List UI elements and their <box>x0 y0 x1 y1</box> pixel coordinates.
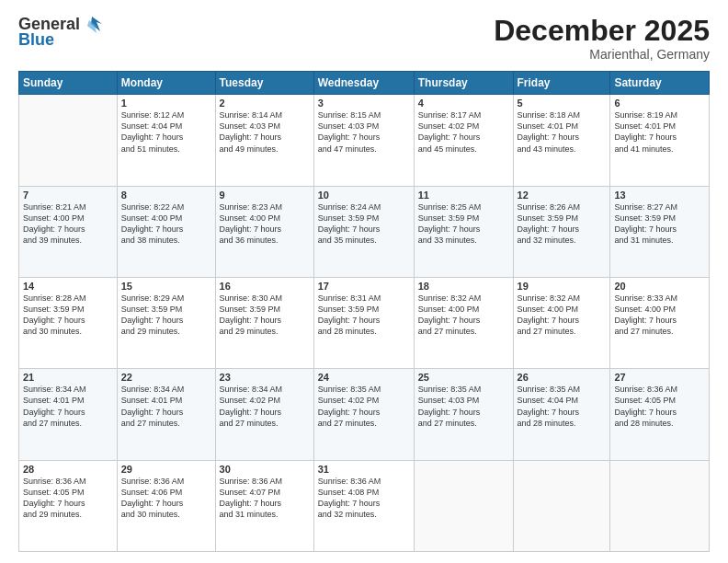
calendar-table: Sunday Monday Tuesday Wednesday Thursday… <box>18 71 710 552</box>
table-row: 24Sunrise: 8:35 AM Sunset: 4:02 PM Dayli… <box>313 369 414 460</box>
table-row <box>414 460 513 551</box>
day-info: Sunrise: 8:34 AM Sunset: 4:02 PM Dayligh… <box>220 384 310 429</box>
calendar-header-row: Sunday Monday Tuesday Wednesday Thursday… <box>19 72 710 95</box>
day-info: Sunrise: 8:15 AM Sunset: 4:03 PM Dayligh… <box>318 109 410 155</box>
table-row: 27Sunrise: 8:36 AM Sunset: 4:05 PM Dayli… <box>610 369 710 460</box>
location-subtitle: Marienthal, Germany <box>494 47 710 62</box>
day-info: Sunrise: 8:23 AM Sunset: 4:00 PM Dayligh… <box>220 201 310 247</box>
logo-blue-text: Blue <box>18 31 102 48</box>
logo: General Blue <box>18 15 102 48</box>
day-number: 7 <box>23 190 113 201</box>
day-info: Sunrise: 8:35 AM Sunset: 4:03 PM Dayligh… <box>418 384 509 429</box>
table-row: 8Sunrise: 8:22 AM Sunset: 4:00 PM Daylig… <box>117 186 215 277</box>
day-info: Sunrise: 8:36 AM Sunset: 4:06 PM Dayligh… <box>121 476 211 521</box>
day-number: 23 <box>220 372 310 383</box>
col-wednesday: Wednesday <box>313 72 414 95</box>
day-number: 24 <box>318 372 410 383</box>
day-info: Sunrise: 8:33 AM Sunset: 4:00 PM Dayligh… <box>614 293 705 338</box>
table-row: 28Sunrise: 8:36 AM Sunset: 4:05 PM Dayli… <box>19 460 118 551</box>
calendar-week-4: 21Sunrise: 8:34 AM Sunset: 4:01 PM Dayli… <box>19 369 710 460</box>
day-number: 19 <box>518 281 607 292</box>
table-row: 31Sunrise: 8:36 AM Sunset: 4:08 PM Dayli… <box>313 460 414 551</box>
day-number: 1 <box>121 98 211 109</box>
day-number: 5 <box>518 98 607 109</box>
table-row: 25Sunrise: 8:35 AM Sunset: 4:03 PM Dayli… <box>414 369 513 460</box>
day-info: Sunrise: 8:14 AM Sunset: 4:03 PM Dayligh… <box>220 109 310 155</box>
day-number: 13 <box>614 190 705 201</box>
table-row <box>19 95 118 186</box>
calendar-week-5: 28Sunrise: 8:36 AM Sunset: 4:05 PM Dayli… <box>19 460 710 551</box>
col-tuesday: Tuesday <box>215 72 313 95</box>
day-number: 22 <box>121 372 211 383</box>
table-row: 11Sunrise: 8:25 AM Sunset: 3:59 PM Dayli… <box>414 186 513 277</box>
table-row: 7Sunrise: 8:21 AM Sunset: 4:00 PM Daylig… <box>19 186 118 277</box>
day-info: Sunrise: 8:30 AM Sunset: 3:59 PM Dayligh… <box>220 293 310 338</box>
day-info: Sunrise: 8:12 AM Sunset: 4:04 PM Dayligh… <box>121 109 211 155</box>
day-info: Sunrise: 8:36 AM Sunset: 4:05 PM Dayligh… <box>614 384 705 429</box>
month-title: December 2025 <box>494 15 710 47</box>
day-number: 12 <box>518 190 607 201</box>
title-block: December 2025 Marienthal, Germany <box>494 15 710 62</box>
calendar-week-1: 1Sunrise: 8:12 AM Sunset: 4:04 PM Daylig… <box>19 95 710 186</box>
day-number: 28 <box>23 464 113 475</box>
day-info: Sunrise: 8:36 AM Sunset: 4:05 PM Dayligh… <box>23 476 113 521</box>
day-number: 31 <box>318 464 410 475</box>
calendar-week-2: 7Sunrise: 8:21 AM Sunset: 4:00 PM Daylig… <box>19 186 710 277</box>
table-row: 6Sunrise: 8:19 AM Sunset: 4:01 PM Daylig… <box>610 95 710 186</box>
col-friday: Friday <box>513 72 610 95</box>
day-number: 15 <box>121 281 211 292</box>
table-row: 10Sunrise: 8:24 AM Sunset: 3:59 PM Dayli… <box>313 186 414 277</box>
table-row: 4Sunrise: 8:17 AM Sunset: 4:02 PM Daylig… <box>414 95 513 186</box>
col-thursday: Thursday <box>414 72 513 95</box>
table-row: 20Sunrise: 8:33 AM Sunset: 4:00 PM Dayli… <box>610 277 710 368</box>
table-row: 18Sunrise: 8:32 AM Sunset: 4:00 PM Dayli… <box>414 277 513 368</box>
day-info: Sunrise: 8:19 AM Sunset: 4:01 PM Dayligh… <box>614 109 705 155</box>
day-number: 18 <box>418 281 509 292</box>
day-number: 2 <box>220 98 310 109</box>
table-row: 16Sunrise: 8:30 AM Sunset: 3:59 PM Dayli… <box>215 277 313 368</box>
table-row: 14Sunrise: 8:28 AM Sunset: 3:59 PM Dayli… <box>19 277 118 368</box>
day-number: 21 <box>23 372 113 383</box>
day-info: Sunrise: 8:35 AM Sunset: 4:02 PM Dayligh… <box>318 384 410 429</box>
day-info: Sunrise: 8:25 AM Sunset: 3:59 PM Dayligh… <box>418 201 509 247</box>
table-row: 26Sunrise: 8:35 AM Sunset: 4:04 PM Dayli… <box>513 369 610 460</box>
table-row: 17Sunrise: 8:31 AM Sunset: 3:59 PM Dayli… <box>313 277 414 368</box>
col-saturday: Saturday <box>610 72 710 95</box>
day-info: Sunrise: 8:17 AM Sunset: 4:02 PM Dayligh… <box>418 109 509 155</box>
table-row: 23Sunrise: 8:34 AM Sunset: 4:02 PM Dayli… <box>215 369 313 460</box>
day-number: 11 <box>418 190 509 201</box>
table-row: 12Sunrise: 8:26 AM Sunset: 3:59 PM Dayli… <box>513 186 610 277</box>
day-number: 9 <box>220 190 310 201</box>
day-number: 8 <box>121 190 211 201</box>
day-info: Sunrise: 8:26 AM Sunset: 3:59 PM Dayligh… <box>518 201 607 247</box>
day-info: Sunrise: 8:34 AM Sunset: 4:01 PM Dayligh… <box>23 384 113 429</box>
table-row: 9Sunrise: 8:23 AM Sunset: 4:00 PM Daylig… <box>215 186 313 277</box>
table-row: 5Sunrise: 8:18 AM Sunset: 4:01 PM Daylig… <box>513 95 610 186</box>
day-info: Sunrise: 8:31 AM Sunset: 3:59 PM Dayligh… <box>318 293 410 338</box>
day-info: Sunrise: 8:24 AM Sunset: 3:59 PM Dayligh… <box>318 201 410 247</box>
day-info: Sunrise: 8:35 AM Sunset: 4:04 PM Dayligh… <box>518 384 607 429</box>
day-info: Sunrise: 8:34 AM Sunset: 4:01 PM Dayligh… <box>121 384 211 429</box>
header: General Blue December 2025 Marienthal, G… <box>18 15 710 62</box>
day-info: Sunrise: 8:32 AM Sunset: 4:00 PM Dayligh… <box>418 293 509 338</box>
day-info: Sunrise: 8:36 AM Sunset: 4:07 PM Dayligh… <box>220 476 310 521</box>
day-number: 14 <box>23 281 113 292</box>
day-number: 25 <box>418 372 509 383</box>
day-info: Sunrise: 8:29 AM Sunset: 3:59 PM Dayligh… <box>121 293 211 338</box>
table-row: 21Sunrise: 8:34 AM Sunset: 4:01 PM Dayli… <box>19 369 118 460</box>
day-number: 20 <box>614 281 705 292</box>
day-info: Sunrise: 8:36 AM Sunset: 4:08 PM Dayligh… <box>318 476 410 521</box>
table-row: 15Sunrise: 8:29 AM Sunset: 3:59 PM Dayli… <box>117 277 215 368</box>
page: General Blue December 2025 Marienthal, G… <box>0 0 728 563</box>
day-number: 16 <box>220 281 310 292</box>
day-info: Sunrise: 8:28 AM Sunset: 3:59 PM Dayligh… <box>23 293 113 338</box>
day-info: Sunrise: 8:18 AM Sunset: 4:01 PM Dayligh… <box>518 109 607 155</box>
table-row: 22Sunrise: 8:34 AM Sunset: 4:01 PM Dayli… <box>117 369 215 460</box>
day-number: 17 <box>318 281 410 292</box>
day-info: Sunrise: 8:21 AM Sunset: 4:00 PM Dayligh… <box>23 201 113 247</box>
calendar-week-3: 14Sunrise: 8:28 AM Sunset: 3:59 PM Dayli… <box>19 277 710 368</box>
table-row: 13Sunrise: 8:27 AM Sunset: 3:59 PM Dayli… <box>610 186 710 277</box>
table-row: 19Sunrise: 8:32 AM Sunset: 4:00 PM Dayli… <box>513 277 610 368</box>
table-row <box>513 460 610 551</box>
table-row: 29Sunrise: 8:36 AM Sunset: 4:06 PM Dayli… <box>117 460 215 551</box>
